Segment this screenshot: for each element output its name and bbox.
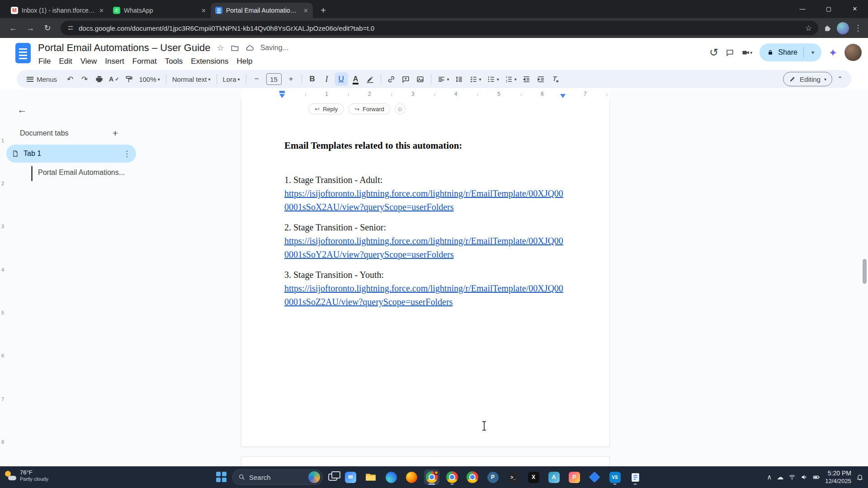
tab-close-icon[interactable]: ✕	[303, 7, 308, 14]
highlight-color-button[interactable]	[363, 72, 377, 86]
file-explorer-icon[interactable]	[363, 469, 378, 485]
document-title[interactable]: Portal Email Automations – User Guide	[38, 42, 211, 54]
comments-icon[interactable]	[726, 48, 734, 57]
battery-icon[interactable]	[813, 474, 820, 481]
line-spacing-button[interactable]	[453, 72, 466, 86]
menu-help[interactable]: Help	[232, 56, 256, 67]
reply-button[interactable]: ↩ Reply	[308, 103, 344, 114]
clear-formatting-button[interactable]	[549, 72, 562, 86]
outline-item[interactable]: Portal Email Automations...	[38, 169, 125, 177]
mail-app-icon[interactable]: ✉	[343, 469, 358, 485]
task-view-button[interactable]	[328, 474, 337, 481]
vertical-ruler[interactable]: 1 2 3 4 5 6 7 8	[0, 99, 6, 466]
menu-extensions[interactable]: Extensions	[187, 56, 232, 67]
share-button[interactable]: Share ▾	[760, 43, 821, 61]
taskbar-search[interactable]: Search	[232, 469, 323, 485]
next-page[interactable]	[241, 456, 610, 466]
reload-icon[interactable]: ↻	[40, 20, 55, 36]
browser-tab-gmail[interactable]: Inbox (1) - ishann.tforce@gmai ✕	[6, 3, 108, 18]
account-avatar[interactable]	[844, 44, 862, 61]
left-indent-marker[interactable]	[279, 94, 285, 98]
menu-edit[interactable]: Edit	[55, 56, 76, 67]
hide-menus-icon[interactable]: ⌃	[833, 72, 847, 86]
volume-icon[interactable]	[801, 474, 808, 481]
terminal-icon[interactable]: >_	[505, 469, 521, 485]
url-bar[interactable]: docs.google.com/document/d/1jpc3R6Cmpii0…	[61, 21, 818, 35]
insert-image-button[interactable]	[414, 72, 427, 86]
star-icon[interactable]: ☆	[217, 43, 224, 53]
extensions-puzzle-icon[interactable]	[824, 24, 832, 33]
paragraph-style-select[interactable]: Normal text▾	[170, 72, 213, 86]
vertical-scrollbar[interactable]	[863, 259, 867, 284]
postgresql-icon[interactable]: P	[485, 469, 500, 485]
tab-options-icon[interactable]: ⋮	[123, 149, 131, 159]
pycharm-icon[interactable]: P	[566, 469, 582, 485]
gemini-icon[interactable]	[829, 48, 837, 57]
numbered-list-button[interactable]: 12▾	[502, 72, 519, 86]
font-size-input[interactable]: 15	[266, 73, 282, 85]
docs-logo-icon[interactable]	[15, 43, 31, 63]
menu-tools[interactable]: Tools	[161, 56, 187, 67]
menu-format[interactable]: Format	[128, 56, 161, 67]
first-line-indent-marker[interactable]	[279, 91, 285, 93]
weather-widget[interactable]: 76°F Partly cloudy	[5, 469, 48, 482]
align-button[interactable]: ▾	[435, 72, 452, 86]
meet-camera-icon[interactable]: ▾	[741, 48, 752, 57]
forward-button[interactable]: ↪ Forward	[348, 103, 391, 114]
forward-icon[interactable]: →	[23, 20, 38, 36]
increase-indent-button[interactable]	[534, 72, 548, 86]
browser-menu-icon[interactable]: ⋮	[854, 23, 863, 33]
font-size-increase[interactable]: +	[284, 72, 298, 86]
version-history-icon[interactable]: ↺	[709, 46, 718, 59]
menus-button[interactable]: Menus	[21, 72, 62, 86]
maximize-button[interactable]: ▢	[816, 0, 842, 17]
decrease-indent-button[interactable]	[520, 72, 533, 86]
move-folder-icon[interactable]	[231, 44, 239, 52]
share-dropdown-icon[interactable]: ▾	[808, 49, 818, 56]
spellcheck-button[interactable]: A✓	[107, 72, 121, 86]
print-button[interactable]	[92, 72, 106, 86]
tab-close-icon[interactable]: ✕	[201, 7, 206, 14]
sidebar-tab-1[interactable]: Tab 1 ⋮	[6, 145, 136, 163]
chrome-icon-2[interactable]	[444, 469, 460, 485]
right-indent-marker[interactable]	[560, 94, 566, 98]
back-icon[interactable]: ←	[5, 20, 21, 36]
firefox-icon[interactable]	[404, 469, 419, 485]
new-tab-button[interactable]: +	[316, 4, 330, 17]
taskbar-clock[interactable]: 5:20 PM 12/4/2025	[825, 469, 851, 485]
bookmark-star-icon[interactable]: ☆	[805, 23, 812, 33]
document-page[interactable]: ↩ Reply ↪ Forward ☺ Email Templates rela…	[241, 99, 610, 447]
paint-format-button[interactable]	[122, 72, 136, 86]
chrome-icon-3[interactable]	[465, 469, 480, 485]
browser-tab-docs[interactable]: Portal Email Automations – Use ✕	[211, 3, 313, 18]
tray-chevron-icon[interactable]: ∧	[767, 473, 772, 481]
emoji-reaction-button[interactable]: ☺	[395, 103, 406, 114]
wifi-icon[interactable]	[788, 474, 796, 481]
search-highlight-image[interactable]	[308, 471, 320, 483]
site-info-icon[interactable]	[67, 24, 74, 32]
text-color-button[interactable]: A	[349, 72, 363, 86]
menu-file[interactable]: File	[34, 56, 55, 67]
diamond-app-icon[interactable]	[587, 469, 602, 485]
notepad-icon[interactable]	[627, 469, 643, 485]
chevron-down-icon[interactable]: ▾	[750, 50, 752, 55]
zoom-select[interactable]: 100%▾	[137, 72, 162, 86]
notification-bell-icon[interactable]	[856, 474, 863, 481]
close-button[interactable]: ✕	[842, 0, 868, 17]
bold-button[interactable]: B	[306, 72, 319, 86]
browser-profile-avatar[interactable]	[837, 22, 849, 34]
add-tab-button[interactable]: +	[108, 127, 122, 140]
undo-button[interactable]: ↶	[63, 72, 77, 86]
item-link[interactable]: https://isijoftoronto.lightning.force.co…	[284, 234, 565, 261]
menu-insert[interactable]: Insert	[101, 56, 128, 67]
italic-button[interactable]: I	[320, 72, 334, 86]
insert-link-button[interactable]	[385, 72, 398, 86]
browser-tab-whatsapp[interactable]: WhatsApp ✕	[108, 3, 211, 18]
minimize-button[interactable]: —	[789, 0, 816, 17]
editing-mode-select[interactable]: Editing ▾	[783, 72, 832, 86]
pgadmin-icon[interactable]: A	[546, 469, 561, 485]
redo-button[interactable]: ↷	[78, 72, 91, 86]
item-link[interactable]: https://isijoftoronto.lightning.force.co…	[284, 282, 565, 309]
x-app-icon[interactable]: X	[526, 469, 541, 485]
sidebar-back-button[interactable]: ←	[14, 101, 31, 118]
